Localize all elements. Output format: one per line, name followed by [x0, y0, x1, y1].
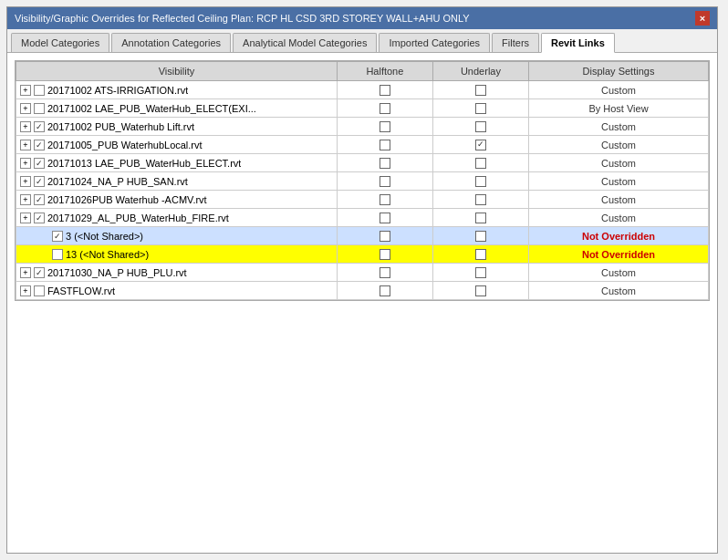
display-settings-value: Not Overridden — [582, 231, 655, 242]
visibility-checkbox[interactable] — [34, 213, 45, 223]
underlay-checkbox[interactable] — [475, 176, 486, 187]
display-settings-cell-0[interactable]: Custom — [528, 81, 708, 99]
display-settings-cell-2[interactable]: Custom — [528, 118, 708, 136]
underlay-cell-3 — [432, 136, 528, 154]
display-settings-cell-10[interactable]: Custom — [528, 264, 708, 282]
visibility-checkbox[interactable] — [34, 121, 45, 132]
visibility-checkbox[interactable] — [34, 85, 45, 96]
halftone-cell-2 — [337, 118, 432, 136]
underlay-checkbox[interactable] — [475, 285, 486, 296]
halftone-checkbox[interactable] — [380, 249, 390, 260]
visibility-checkbox[interactable] — [34, 267, 45, 278]
display-settings-value: Custom — [601, 213, 636, 223]
visibility-checkbox[interactable] — [34, 194, 45, 205]
table-row: +20171013 LAE_PUB_WaterHub_ELECT.rvtCust… — [16, 154, 709, 172]
visibility-checkbox[interactable] — [34, 158, 45, 169]
display-settings-value: Custom — [601, 121, 636, 132]
halftone-checkbox[interactable] — [380, 85, 390, 96]
table-row: 3 (<Not Shared>)Not Overridden — [16, 227, 709, 245]
halftone-checkbox[interactable] — [380, 140, 390, 150]
halftone-checkbox[interactable] — [380, 231, 390, 242]
underlay-cell-0 — [432, 81, 528, 99]
title-bar: Visibility/Graphic Overrides for Reflect… — [7, 7, 717, 29]
display-settings-cell-8[interactable]: Not Overridden — [528, 227, 708, 245]
visibility-cell-9: 13 (<Not Shared>) — [16, 245, 338, 264]
visibility-checkbox[interactable] — [52, 231, 63, 242]
visibility-checkbox[interactable] — [34, 285, 45, 296]
halftone-cell-0 — [337, 81, 432, 99]
visibility-cell-8: 3 (<Not Shared>) — [16, 227, 338, 245]
underlay-cell-6 — [432, 191, 528, 209]
display-settings-value: Custom — [601, 267, 636, 278]
underlay-checkbox[interactable] — [475, 85, 486, 96]
halftone-cell-4 — [337, 154, 432, 172]
tab-filters[interactable]: Filters — [492, 33, 539, 52]
display-settings-cell-4[interactable]: Custom — [528, 154, 708, 172]
halftone-cell-8 — [337, 227, 432, 245]
tab-imported-categories[interactable]: Imported Categories — [379, 33, 490, 52]
row-label: 20171005_PUB WaterhubLocal.rvt — [47, 140, 203, 150]
expand-button[interactable]: + — [20, 267, 31, 278]
halftone-checkbox[interactable] — [380, 213, 390, 223]
underlay-checkbox[interactable] — [475, 140, 486, 150]
display-settings-cell-11[interactable]: Custom — [528, 282, 708, 300]
underlay-checkbox[interactable] — [475, 249, 486, 260]
expand-button[interactable]: + — [20, 121, 31, 132]
visibility-checkbox[interactable] — [34, 140, 45, 150]
underlay-cell-8 — [432, 227, 528, 245]
halftone-cell-5 — [337, 172, 432, 191]
display-settings-cell-3[interactable]: Custom — [528, 136, 708, 154]
tab-revit-links[interactable]: Revit Links — [541, 33, 615, 53]
display-settings-value: Custom — [601, 176, 636, 187]
display-settings-cell-5[interactable]: Custom — [528, 172, 708, 191]
row-label: FASTFLOW.rvt — [47, 285, 115, 296]
underlay-checkbox[interactable] — [475, 121, 486, 132]
expand-button[interactable]: + — [20, 285, 31, 296]
halftone-checkbox[interactable] — [380, 194, 390, 205]
halftone-checkbox[interactable] — [380, 285, 390, 296]
row-label: 20171002 PUB_Waterhub Lift.rvt — [47, 121, 194, 132]
expand-button[interactable]: + — [20, 194, 31, 205]
halftone-checkbox[interactable] — [380, 103, 390, 114]
tab-analytical-model[interactable]: Analytical Model Categories — [233, 33, 377, 52]
halftone-checkbox[interactable] — [380, 158, 390, 169]
underlay-checkbox[interactable] — [475, 194, 486, 205]
table-row: +20171005_PUB WaterhubLocal.rvtCustom — [16, 136, 709, 154]
underlay-checkbox[interactable] — [475, 267, 486, 278]
underlay-cell-2 — [432, 118, 528, 136]
visibility-cell-5: +20171024_NA_P HUB_SAN.rvt — [16, 172, 338, 191]
expand-button[interactable]: + — [20, 103, 31, 114]
expand-button[interactable]: + — [20, 85, 31, 96]
display-settings-cell-1[interactable]: By Host View — [528, 99, 708, 118]
underlay-checkbox[interactable] — [475, 231, 486, 242]
expand-button[interactable]: + — [20, 158, 31, 169]
expand-button[interactable]: + — [20, 140, 31, 150]
visibility-table: Visibility Halftone Underlay Display Set… — [16, 61, 709, 300]
halftone-checkbox[interactable] — [380, 121, 390, 132]
underlay-cell-9 — [432, 245, 528, 264]
row-label: 20171030_NA_P HUB_PLU.rvt — [47, 267, 187, 278]
visibility-checkbox[interactable] — [52, 249, 63, 260]
visibility-cell-11: +FASTFLOW.rvt — [16, 282, 338, 300]
row-label: 20171013 LAE_PUB_WaterHub_ELECT.rvt — [47, 158, 241, 169]
display-settings-cell-6[interactable]: Custom — [528, 191, 708, 209]
visibility-cell-7: +20171029_AL_PUB_WaterHub_FIRE.rvt — [16, 209, 338, 227]
underlay-checkbox[interactable] — [475, 103, 486, 114]
underlay-checkbox[interactable] — [475, 213, 486, 223]
underlay-checkbox[interactable] — [475, 158, 486, 169]
visibility-checkbox[interactable] — [34, 176, 45, 187]
display-settings-value: By Host View — [588, 103, 648, 114]
halftone-checkbox[interactable] — [380, 176, 390, 187]
halftone-checkbox[interactable] — [380, 267, 390, 278]
display-settings-cell-7[interactable]: Custom — [528, 209, 708, 227]
close-button[interactable]: × — [695, 11, 710, 26]
table-row: +20171002 PUB_Waterhub Lift.rvtCustom — [16, 118, 709, 136]
visibility-checkbox[interactable] — [34, 103, 45, 114]
tab-annotation-categories[interactable]: Annotation Categories — [111, 33, 231, 52]
expand-button[interactable]: + — [20, 176, 31, 187]
tab-model-categories[interactable]: Model Categories — [11, 33, 109, 52]
expand-button[interactable]: + — [20, 213, 31, 223]
visibility-table-container: Visibility Halftone Underlay Display Set… — [15, 60, 710, 301]
halftone-cell-9 — [337, 245, 432, 264]
display-settings-cell-9[interactable]: Not Overridden — [528, 245, 708, 264]
